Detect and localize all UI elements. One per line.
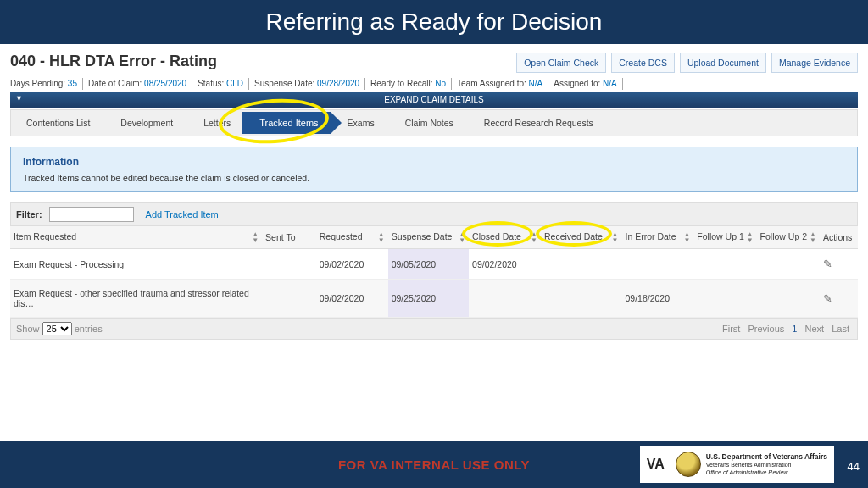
col-followup2[interactable]: Follow Up 2 — [760, 231, 807, 241]
pager-links: First Previous 1 Next Last — [720, 324, 852, 334]
col-error[interactable]: In Error Date — [625, 231, 676, 241]
add-tracked-item-link[interactable]: Add Tracked Item — [146, 209, 219, 219]
cell-item: Exam Request - Processing — [10, 249, 262, 280]
upload-document-button[interactable]: Upload Document — [680, 53, 766, 73]
footer-internal-text: FOR VA INTERNAL USE ONLY — [338, 458, 530, 472]
footer: FOR VA INTERNAL USE ONLY VA U.S. Departm… — [0, 441, 868, 488]
edit-row-icon[interactable]: ✎ — [823, 258, 832, 270]
date-claim-label: Date of Claim: — [88, 79, 142, 88]
edit-row-icon[interactable]: ✎ — [823, 292, 832, 305]
days-pending-label: Days Pending: — [10, 79, 65, 88]
sort-icon: ▲▼ — [810, 231, 816, 243]
page-title: 040 - HLR DTA Error - Rating — [10, 53, 217, 70]
tab-exams[interactable]: Exams — [339, 110, 390, 136]
status-value[interactable]: CLD — [226, 79, 243, 88]
sort-icon: ▲▼ — [531, 231, 537, 243]
col-sent[interactable]: Sent To — [265, 232, 295, 242]
tab-claim-notes[interactable]: Claim Notes — [390, 110, 469, 136]
cell-item: Exam Request - other specified trauma an… — [10, 280, 262, 318]
va-seal-icon — [676, 452, 701, 477]
cell-error — [621, 249, 693, 280]
team-label: Team Assigned to: — [457, 79, 526, 88]
sort-icon: ▲▼ — [459, 231, 465, 243]
cell-received — [541, 280, 621, 318]
pager-next[interactable]: Next — [805, 324, 825, 334]
meta-bar: Days Pending: 35 Date of Claim: 08/25/20… — [10, 78, 858, 90]
sort-icon: ▲▼ — [683, 231, 690, 243]
table-row: Exam Request - Processing 09/02/2020 09/… — [10, 249, 858, 280]
table-row: Exam Request - other specified trauma an… — [10, 280, 858, 318]
recall-value[interactable]: No — [435, 79, 446, 88]
assigned-value[interactable]: N/A — [603, 79, 617, 88]
cell-requested: 09/02/2020 — [316, 280, 388, 318]
pager-prev[interactable]: Previous — [748, 324, 784, 334]
col-followup1[interactable]: Follow Up 1 — [697, 231, 743, 241]
cell-error: 09/18/2020 — [621, 280, 693, 318]
action-button-group: Open Claim Check Create DCS Upload Docum… — [516, 53, 858, 73]
recall-label: Ready to Recall: — [370, 79, 432, 88]
team-value[interactable]: N/A — [529, 79, 543, 88]
create-dcs-button[interactable]: Create DCS — [611, 53, 675, 73]
assigned-label: Assigned to: — [554, 79, 600, 88]
tracked-items-table: Item Requested▲▼ Sent To Requested▲▼ Sus… — [10, 226, 858, 318]
info-title: Information — [23, 156, 845, 168]
expand-claim-details-button[interactable]: ▼ EXPAND CLAIM DETAILS — [10, 92, 858, 108]
info-box: Information Tracked Items cannot be edit… — [10, 147, 858, 192]
col-closed[interactable]: Closed Date — [472, 231, 521, 241]
suspense-label: Suspense Date: — [254, 79, 314, 88]
cell-suspense: 09/25/2020 — [388, 280, 469, 318]
pager-last[interactable]: Last — [832, 324, 849, 334]
tab-tracked-items-active[interactable]: Tracked Items — [242, 112, 330, 134]
cell-closed: 09/02/2020 — [469, 249, 541, 280]
manage-evidence-button[interactable]: Manage Evidence — [771, 53, 858, 73]
col-actions: Actions — [823, 232, 852, 242]
col-requested[interactable]: Requested — [320, 231, 363, 241]
info-text: Tracked Items cannot be edited because t… — [23, 173, 845, 183]
footer-logo-block: VA U.S. Department of Veterans Affairs V… — [640, 446, 834, 483]
pager-row: Show 25 entries First Previous 1 Next La… — [10, 318, 858, 340]
cell-requested: 09/02/2020 — [316, 249, 388, 280]
show-label: Show — [16, 324, 40, 334]
pager-page-1[interactable]: 1 — [792, 324, 797, 334]
col-suspense[interactable]: Suspense Date — [392, 231, 453, 241]
filter-bar: Filter: Add Tracked Item — [10, 202, 858, 226]
suspense-value[interactable]: 09/28/2020 — [317, 79, 359, 88]
cell-received — [541, 249, 621, 280]
tab-research-requests[interactable]: Record Research Requests — [469, 110, 609, 136]
pager-first[interactable]: First — [722, 324, 740, 334]
tab-letters[interactable]: Letters — [188, 110, 234, 136]
status-label: Status: — [198, 79, 224, 88]
department-text: U.S. Department of Veterans Affairs Vete… — [706, 453, 827, 476]
sort-icon: ▲▼ — [252, 231, 259, 243]
entries-label: entries — [75, 324, 103, 334]
filter-input[interactable] — [49, 207, 134, 222]
days-pending-value[interactable]: 35 — [68, 79, 77, 88]
filter-label: Filter: — [16, 209, 42, 219]
tabs-bar: Contentions List Development Letters Tra… — [10, 109, 858, 136]
cell-closed — [469, 280, 541, 318]
expand-label: EXPAND CLAIM DETAILS — [384, 95, 483, 104]
tab-contentions[interactable]: Contentions List — [11, 110, 105, 136]
sort-icon: ▲▼ — [612, 231, 619, 243]
va-logo-text: VA — [647, 457, 670, 472]
slide-title: Referring as Ready for Decision — [0, 0, 868, 44]
cell-suspense: 09/05/2020 — [388, 249, 469, 280]
slide-number: 44 — [848, 460, 860, 473]
date-claim-value[interactable]: 08/25/2020 — [144, 79, 186, 88]
expand-triangle-icon: ▼ — [15, 94, 23, 103]
sort-icon: ▲▼ — [747, 231, 754, 243]
sort-icon: ▲▼ — [378, 231, 385, 243]
open-claim-check-button[interactable]: Open Claim Check — [516, 53, 606, 73]
entries-select[interactable]: 25 — [42, 322, 72, 336]
col-received[interactable]: Received Date — [544, 231, 603, 241]
tab-development[interactable]: Development — [105, 110, 188, 136]
col-item[interactable]: Item Requested — [14, 231, 76, 241]
